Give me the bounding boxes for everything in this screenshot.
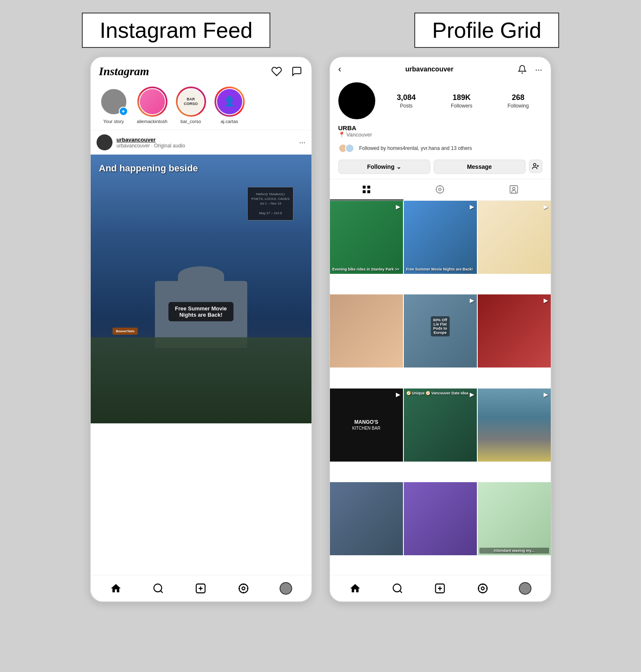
grid-item-8-bg: 🧭 Unique 🧭 Vancouver Date Idea (404, 388, 477, 462)
svg-point-17 (478, 584, 487, 593)
grid-item-6-bg (478, 294, 551, 368)
feed-nav-reels[interactable] (236, 581, 251, 596)
profile-phone: ‹ urbavancouver ··· 3,084 Posts (329, 56, 552, 602)
svg-point-4 (533, 163, 536, 166)
story-item-aliemackintosh[interactable]: aliemackintosh (136, 87, 169, 124)
profile-header-username: urbavancouver (405, 66, 453, 73)
post-billboard: PARVIZ TANAVOLIPOETS, LOCKS, CAGESJul 1 … (247, 187, 293, 220)
beavertails-sign: BeaverTails (113, 328, 138, 335)
grid-item-1[interactable]: Evening bike rides in Stanley Park >> ▶ (330, 201, 403, 274)
grid-item-8[interactable]: 🧭 Unique 🧭 Vancouver Date Idea ▶ (404, 388, 477, 462)
story-item-bar-corso[interactable]: BARCORSO bar_corso (175, 87, 207, 124)
svg-rect-7 (363, 186, 366, 189)
add-friend-button[interactable] (529, 160, 542, 173)
messenger-icon[interactable] (290, 65, 303, 78)
feed-nav-avatar (280, 582, 292, 595)
feed-nav-home[interactable] (109, 581, 123, 596)
following-label: Following ⌄ (367, 163, 401, 170)
grid-item-7[interactable]: MANGO'SKITCHEN BAR ▶ (330, 388, 403, 462)
instagram-logo: Instagram (99, 65, 149, 78)
grid-item-5-video-icon: ▶ (470, 297, 474, 304)
profile-name-section: URBA 📍 Vancouver (330, 124, 551, 140)
svg-point-0 (154, 584, 162, 592)
feed-nav-add[interactable] (194, 581, 208, 596)
bar-corso-label: bar_corso (181, 119, 201, 124)
phones-row: Instagram (10, 56, 631, 602)
bar-corso-ring: BARCORSO (176, 87, 206, 117)
profile-nav-profile[interactable] (518, 581, 532, 596)
profile-nav-search[interactable] (390, 581, 405, 596)
grid-item-7-bg: MANGO'SKITCHEN BAR (330, 388, 403, 462)
mutual-avatars (338, 144, 352, 153)
profile-info-section: 3,084 Posts 189K Followers 268 Following (330, 78, 551, 124)
following-button[interactable]: Following ⌄ (338, 160, 430, 174)
profile-name: URBA (338, 124, 542, 131)
grid-item-9[interactable]: ▶ (478, 388, 551, 462)
stat-following: 268 Following (508, 93, 529, 109)
profile-nav-add[interactable] (433, 581, 447, 596)
grid-item-10[interactable] (330, 482, 403, 555)
grid-item-3[interactable]: ▶ (478, 201, 551, 274)
svg-rect-9 (363, 190, 366, 193)
aj-cartas-ring: 👤 (215, 87, 245, 117)
profile-tabs (330, 179, 551, 201)
profile-avatar (338, 82, 375, 119)
aj-cartas-label: aj.cartas (221, 119, 238, 124)
tab-reels[interactable] (403, 179, 477, 200)
grid-item-12[interactable]: Attendant waving my... (478, 482, 551, 555)
grid-item-8-video-icon: ▶ (470, 391, 474, 398)
notification-bell-icon[interactable] (518, 65, 527, 74)
grid-item-3-video-icon: ▶ (544, 203, 548, 210)
profile-grid: Evening bike rides in Stanley Park >> ▶ … (330, 201, 551, 575)
post-username[interactable]: urbavancouver (117, 136, 295, 143)
heart-icon[interactable] (270, 65, 283, 78)
story-add-button[interactable]: + (119, 107, 128, 116)
svg-point-14 (513, 187, 515, 190)
grid-item-2-video-icon: ▶ (470, 203, 474, 210)
story-item-aj-cartas[interactable]: 👤 aj.cartas (213, 87, 246, 124)
svg-point-11 (436, 186, 444, 193)
post-text-overlay: And happening beside (99, 163, 303, 174)
svg-rect-10 (367, 190, 370, 193)
grid-item-1-bg: Evening bike rides in Stanley Park >> (330, 201, 403, 274)
grid-item-12-bg: Attendant waving my... (478, 482, 551, 555)
profile-nav-reels[interactable] (476, 581, 490, 596)
profile-header-bar: ‹ urbavancouver ··· (330, 57, 551, 78)
grid-item-10-bg (330, 482, 403, 555)
profile-nav-avatar (519, 582, 531, 595)
feed-nav-search[interactable] (151, 581, 165, 596)
svg-point-18 (481, 587, 484, 590)
svg-rect-8 (367, 186, 370, 189)
feed-post: urbavancouver urbavancouver · Original a… (91, 130, 311, 423)
post-more-button[interactable]: ··· (299, 138, 305, 147)
tab-grid[interactable] (330, 179, 403, 200)
stat-followers: 189K Followers (451, 93, 472, 109)
grid-item-5[interactable]: 60% OffLie FlatPods toEurope ▶ (404, 294, 477, 368)
grid-item-4[interactable] (330, 294, 403, 368)
feed-header-icons (270, 65, 303, 78)
feed-title: Instagram Feed (82, 13, 270, 48)
svg-rect-13 (510, 186, 518, 193)
feed-nav-profile[interactable] (279, 581, 293, 596)
feed-header: Instagram (91, 57, 311, 82)
grid-item-7-video-icon: ▶ (396, 391, 400, 398)
post-banner-text: Free Summer MovieNights are Back! (175, 305, 227, 318)
profile-actions: Following ⌄ Message (330, 156, 551, 179)
grid-item-11[interactable] (404, 482, 477, 555)
grid-item-3-bg (478, 201, 551, 274)
tab-tagged[interactable] (477, 179, 550, 200)
aliemackintosh-avatar-wrap (137, 87, 167, 117)
more-options-icon[interactable]: ··· (535, 65, 542, 74)
back-button[interactable]: ‹ (338, 64, 341, 75)
grid-item-9-bg (478, 388, 551, 462)
grid-item-2[interactable]: Free Summer Movie Nights are Back! ▶ (404, 201, 477, 274)
posts-count: 3,084 (397, 93, 416, 102)
grid-item-6[interactable]: ▶ (478, 294, 551, 368)
profile-nav-home[interactable] (348, 581, 362, 596)
tagged-tab-icon (509, 184, 519, 194)
feed-bottom-nav (91, 575, 311, 601)
story-item-your-story[interactable]: + Your story (97, 87, 130, 124)
message-button[interactable]: Message (434, 160, 526, 174)
building-dome (178, 266, 224, 285)
mutual-avatar-2 (345, 144, 354, 153)
